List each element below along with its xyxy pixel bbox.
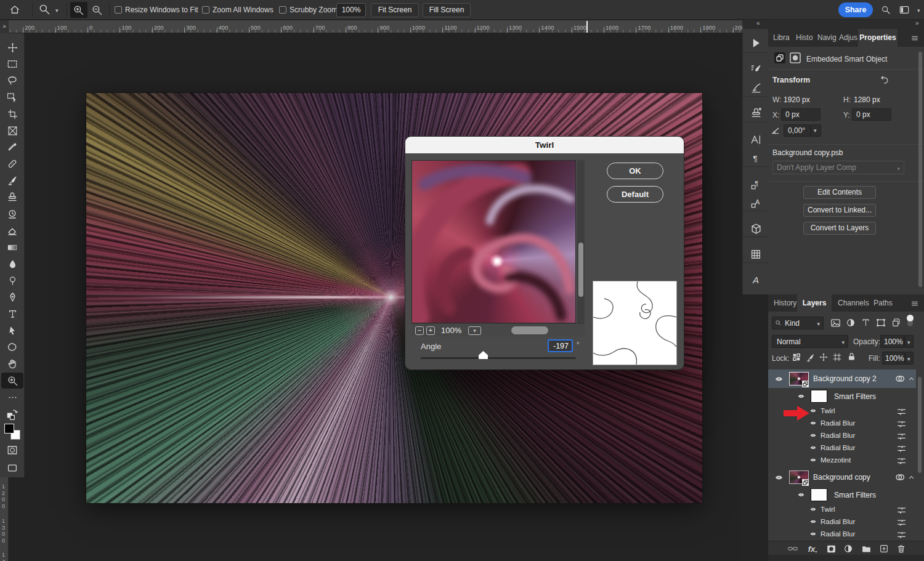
- smart-filters-row[interactable]: Smart Filters: [768, 388, 916, 405]
- smart-filter-indicator-icon[interactable]: [895, 472, 905, 482]
- dodge-tool[interactable]: [0, 273, 25, 289]
- path-selection-tool[interactable]: [0, 323, 25, 339]
- panel-menu-icon[interactable]: [910, 34, 919, 42]
- filter-visibility-eye-icon[interactable]: [809, 519, 817, 525]
- filter-options-icon[interactable]: [897, 518, 906, 527]
- layer-row[interactable]: Background copy: [768, 468, 916, 486]
- filter-options-icon[interactable]: [897, 419, 906, 429]
- brush-settings-panel[interactable]: [743, 60, 769, 78]
- brushes-panel[interactable]: [743, 78, 769, 97]
- chevron-down-icon[interactable]: ▾: [917, 7, 920, 14]
- eraser-tool[interactable]: [0, 223, 25, 239]
- clone-source-panel[interactable]: [743, 103, 769, 122]
- adjustment-filter-icon[interactable]: [846, 318, 856, 328]
- filter-toggle[interactable]: [907, 317, 913, 326]
- smart-filter-entry[interactable]: Radial Blur: [768, 442, 916, 454]
- link-layers-icon[interactable]: [787, 543, 798, 554]
- object-selection-tool[interactable]: [0, 89, 25, 105]
- tab-channels[interactable]: Channels: [838, 294, 869, 312]
- smart-filters-row[interactable]: Smart Filters: [768, 486, 916, 504]
- fill-value[interactable]: 100%: [882, 352, 905, 365]
- image-filter-icon[interactable]: [830, 318, 841, 328]
- angle-slider[interactable]: [421, 357, 576, 359]
- preview-horizontal-scrollbar[interactable]: [511, 326, 548, 334]
- reset-transform-icon[interactable]: [880, 75, 890, 85]
- type-tool[interactable]: [0, 306, 25, 322]
- foreground-color-swatch[interactable]: [4, 424, 14, 434]
- zoom-in-button[interactable]: [70, 2, 87, 18]
- blend-mode-dropdown[interactable]: Normal ▾: [772, 335, 848, 348]
- collapse-filters-chevron-icon[interactable]: [908, 376, 915, 382]
- rotation-dropdown[interactable]: ▾: [811, 124, 821, 137]
- smart-object-filter-icon[interactable]: [891, 318, 901, 328]
- pen-tool[interactable]: [0, 289, 25, 305]
- shape-filter-icon[interactable]: [876, 318, 886, 328]
- tab-properties[interactable]: Properties: [858, 29, 898, 47]
- brush-tool[interactable]: [0, 172, 25, 188]
- character-styles-panel[interactable]: A: [743, 193, 769, 212]
- hand-tool[interactable]: [0, 356, 25, 372]
- 3d-panel[interactable]: [743, 219, 769, 238]
- swap-colors-mini[interactable]: [0, 406, 25, 422]
- angle-input[interactable]: -197: [548, 339, 573, 352]
- gradient-tool[interactable]: [0, 240, 25, 256]
- checkbox-resize-windows[interactable]: [115, 6, 122, 14]
- preview-zoom-dropdown[interactable]: ▾: [468, 326, 481, 335]
- angle-slider-thumb[interactable]: [479, 351, 488, 359]
- zoom-out-button[interactable]: [91, 4, 103, 16]
- filter-visibility-eye-icon[interactable]: [809, 432, 817, 438]
- frame-tool[interactable]: [0, 123, 25, 139]
- tab-histogram[interactable]: Histo: [796, 29, 813, 47]
- layer-visibility-eye-icon[interactable]: [774, 375, 784, 383]
- zoom-tool[interactable]: [0, 373, 25, 389]
- lasso-tool[interactable]: [0, 73, 25, 89]
- delete-layer-icon[interactable]: [896, 543, 907, 554]
- filter-options-icon[interactable]: [897, 456, 906, 466]
- filter-visibility-eye-icon[interactable]: [809, 408, 817, 414]
- home-icon[interactable]: [9, 4, 20, 15]
- smart-filter-entry[interactable]: Radial Blur: [768, 430, 916, 442]
- share-button[interactable]: Share: [838, 2, 873, 17]
- preview-vertical-scrollbar[interactable]: [577, 160, 585, 323]
- crop-tool[interactable]: [0, 106, 25, 122]
- smart-filter-entry[interactable]: Mezzotint: [768, 454, 916, 467]
- rotation-input[interactable]: 0,00°: [784, 124, 811, 137]
- clone-stamp-tool[interactable]: [0, 189, 25, 205]
- character-panel[interactable]: [743, 131, 769, 149]
- filter-options-icon[interactable]: [897, 444, 906, 453]
- fit-screen-button[interactable]: Fit Screen: [371, 3, 419, 17]
- more-tools-ellipsis[interactable]: [0, 389, 25, 405]
- layer-row[interactable]: Background copy 2: [768, 369, 916, 388]
- filter-options-icon[interactable]: [897, 530, 906, 539]
- tab-navigator[interactable]: Navig: [817, 29, 837, 47]
- filter-options-icon[interactable]: [897, 432, 906, 441]
- eyedropper-tool[interactable]: [0, 139, 25, 155]
- layer-visibility-eye-icon[interactable]: [774, 474, 784, 482]
- custom-shape-tool[interactable]: [0, 339, 25, 355]
- filter-visibility-eye-icon[interactable]: [797, 491, 805, 498]
- ok-button[interactable]: OK: [607, 163, 663, 179]
- filter-visibility-eye-icon[interactable]: [809, 445, 817, 451]
- y-input[interactable]: 0 px: [852, 108, 891, 121]
- type-filter-icon[interactable]: [861, 318, 870, 327]
- collapse-panels-right-icon[interactable]: »: [915, 20, 919, 26]
- convert-to-linked-button[interactable]: Convert to Linked...: [803, 204, 876, 217]
- blur-tool[interactable]: [0, 256, 25, 272]
- screen-mode[interactable]: [0, 460, 25, 476]
- default-button[interactable]: Default: [607, 186, 663, 203]
- tab-paths[interactable]: Paths: [873, 294, 893, 312]
- smart-filter-entry[interactable]: Twirl: [768, 504, 916, 516]
- filter-options-icon[interactable]: [897, 506, 906, 515]
- layers-scrollbar[interactable]: [918, 377, 922, 473]
- filter-visibility-eye-icon[interactable]: [809, 457, 817, 463]
- edit-contents-button[interactable]: Edit Contents: [803, 186, 876, 199]
- smart-filters-mask-thumbnail[interactable]: [811, 488, 827, 501]
- collapse-panels-left-icon[interactable]: «: [756, 20, 760, 26]
- toolbar-expand-chevron[interactable]: »: [0, 20, 9, 33]
- lock-position-icon[interactable]: [819, 353, 828, 361]
- smart-filter-entry[interactable]: Radial Blur: [768, 528, 916, 541]
- quick-mask-mode[interactable]: [0, 442, 25, 458]
- lock-transparent-icon[interactable]: [792, 353, 801, 361]
- search-icon[interactable]: [881, 5, 891, 15]
- fx-icon[interactable]: fx▾: [807, 543, 818, 554]
